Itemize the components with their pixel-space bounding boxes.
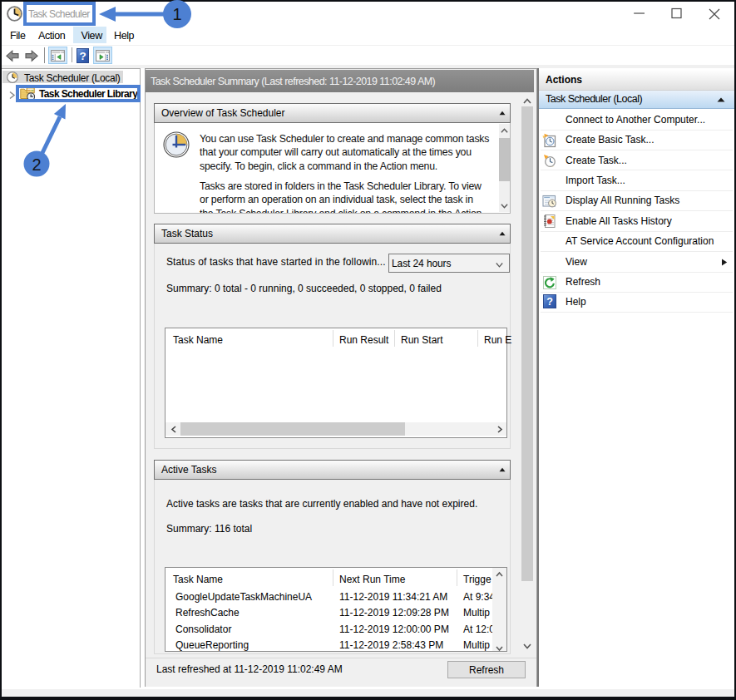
svg-text:?: ? [79,50,86,62]
svg-text:?: ? [546,296,553,308]
